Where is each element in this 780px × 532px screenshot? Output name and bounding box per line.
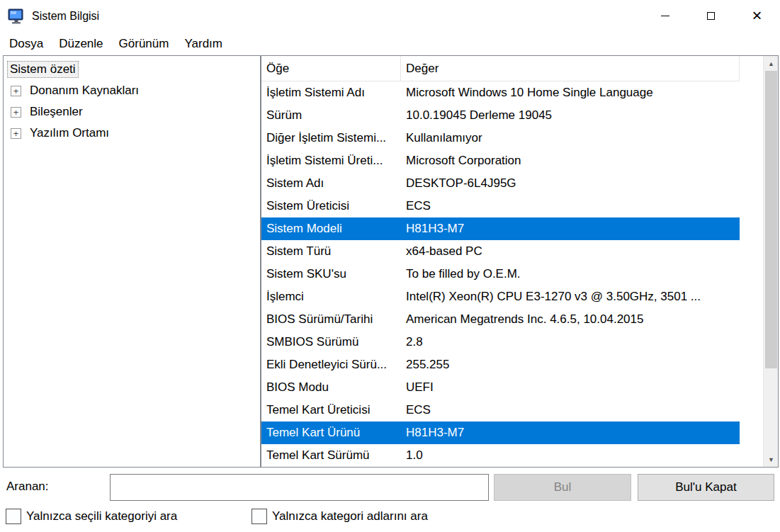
checkbox-icon[interactable]: [6, 509, 21, 524]
search-selected-category-checkbox[interactable]: Yalnızca seçili kategoriyi ara: [6, 509, 177, 524]
details-panel: Öğe Değer İşletim Sistemi AdıMicrosoft W…: [261, 55, 779, 468]
row-item-cell: Sistem Adı: [261, 172, 401, 195]
row-value-cell: x64-based PC: [401, 240, 740, 263]
vertical-scrollbar[interactable]: ▲ ▼: [763, 56, 778, 467]
close-icon: ×: [752, 7, 762, 24]
table-row[interactable]: Sistem Türüx64-based PC: [261, 240, 740, 263]
search-input[interactable]: [110, 474, 489, 501]
row-value-cell: Kullanılamıyor: [401, 127, 740, 149]
row-item-cell: Sistem Türü: [261, 240, 401, 263]
row-item-cell: Sürüm: [261, 104, 401, 127]
table-row[interactable]: Sistem ModeliH81H3-M7: [261, 217, 740, 240]
scroll-down-button[interactable]: ▼: [764, 452, 779, 467]
row-value-cell: Intel(R) Xeon(R) CPU E3-1270 v3 @ 3.50GH…: [401, 285, 740, 308]
tree-item-label: Yazılım Ortamı: [28, 125, 111, 141]
row-value-cell: To be filled by O.E.M.: [401, 263, 740, 285]
row-value-cell: H81H3-M7: [401, 217, 740, 240]
expand-plus-icon[interactable]: +: [11, 86, 21, 96]
table-row[interactable]: İşletim Sistemi Üreti...Microsoft Corpor…: [261, 149, 740, 172]
table-row[interactable]: BIOS Sürümü/TarihiAmerican Megatrends In…: [261, 308, 740, 331]
table-row[interactable]: İşletim Sistemi AdıMicrosoft Windows 10 …: [261, 81, 740, 104]
tree-item-yazilim-ortami[interactable]: +Yazılım Ortamı: [4, 123, 260, 144]
listview-header: Öğe Değer: [261, 56, 740, 81]
scroll-down-icon: ▼: [768, 456, 774, 463]
search-bar: Aranan: Bul Bul'u Kapat Yalnızca seçili …: [0, 468, 780, 532]
row-item-cell: İşletim Sistemi Adı: [261, 81, 401, 104]
find-button[interactable]: Bul: [494, 474, 631, 501]
close-find-button[interactable]: Bul'u Kapat: [638, 474, 774, 501]
tree-item-donanim-kaynaklari[interactable]: +Donanım Kaynakları: [4, 80, 260, 101]
scrollbar-thumb[interactable]: [765, 71, 777, 368]
row-value-cell: DESKTOP-6L4J95G: [401, 172, 740, 195]
row-value-cell: Microsoft Corporation: [401, 149, 740, 172]
search-label: Aranan:: [6, 480, 49, 494]
table-row[interactable]: İşlemciIntel(R) Xeon(R) CPU E3-1270 v3 @…: [261, 285, 740, 308]
table-row[interactable]: Sistem AdıDESKTOP-6L4J95G: [261, 172, 740, 195]
row-value-cell: Microsoft Windows 10 Home Single Languag…: [401, 81, 740, 104]
tree-item-sistem-ozeti[interactable]: Sistem özeti: [4, 59, 260, 80]
table-row[interactable]: Temel Kart ÜrünüH81H3-M7: [261, 421, 740, 444]
row-item-cell: Diğer İşletim Sistemi...: [261, 127, 401, 149]
scroll-up-button[interactable]: ▲: [764, 56, 779, 71]
row-value-cell: ECS: [401, 195, 740, 217]
row-item-cell: Temel Kart Üreticisi: [261, 399, 401, 421]
table-row[interactable]: Sistem SKU'suTo be filled by O.E.M.: [261, 263, 740, 285]
row-item-cell: İşletim Sistemi Üreti...: [261, 149, 401, 172]
row-item-cell: Temel Kart Sürümü: [261, 444, 401, 467]
details-rows: İşletim Sistemi AdıMicrosoft Windows 10 …: [261, 81, 740, 467]
row-value-cell: 255.255: [401, 353, 740, 376]
tree-item-label: Donanım Kaynakları: [28, 83, 141, 98]
row-value-cell: American Megatrends Inc. 4.6.5, 10.04.20…: [401, 308, 740, 331]
row-item-cell: Ekli Denetleyici Sürü...: [261, 353, 401, 376]
table-row[interactable]: Temel Kart Sürümü1.0: [261, 444, 740, 467]
checkbox-label: Yalnızca seçili kategoriyi ara: [26, 509, 177, 523]
row-value-cell: H81H3-M7: [401, 421, 740, 444]
table-row[interactable]: Sürüm10.0.19045 Derleme 19045: [261, 104, 740, 127]
menu-item-gorunum[interactable]: Görünüm: [111, 34, 177, 54]
menu-item-duzenle[interactable]: Düzenle: [51, 34, 111, 54]
row-item-cell: Sistem Üreticisi: [261, 195, 401, 217]
window-controls: ×: [642, 0, 780, 32]
scroll-up-icon: ▲: [768, 60, 774, 67]
search-options: Yalnızca seçili kategoriyi ara Yalnızca …: [0, 509, 780, 528]
app-icon: [7, 7, 26, 26]
tree-item-bilesenler[interactable]: +Bileşenler: [4, 101, 260, 123]
row-item-cell: Temel Kart Ürünü: [261, 421, 401, 444]
table-row[interactable]: SMBIOS Sürümü2.8: [261, 331, 740, 353]
expand-plus-icon[interactable]: +: [11, 107, 21, 118]
checkbox-label: Yalnızca kategori adlarını ara: [272, 509, 428, 523]
maximize-icon: [707, 12, 715, 20]
checkbox-icon[interactable]: [251, 509, 267, 524]
table-row[interactable]: Sistem ÜreticisiECS: [261, 195, 740, 217]
row-item-cell: BIOS Modu: [261, 376, 401, 399]
table-row[interactable]: BIOS ModuUEFI: [261, 376, 740, 399]
close-button[interactable]: ×: [734, 0, 780, 32]
category-tree-panel: Sistem özeti+Donanım Kaynakları+Bileşenl…: [3, 55, 261, 468]
search-category-names-only-checkbox[interactable]: Yalnızca kategori adlarını ara: [251, 509, 428, 524]
row-value-cell: 10.0.19045 Derleme 19045: [401, 104, 740, 127]
row-value-cell: 2.8: [401, 331, 740, 353]
title-bar: Sistem Bilgisi ×: [0, 0, 780, 32]
row-item-cell: SMBIOS Sürümü: [261, 331, 401, 353]
column-header-deger[interactable]: Değer: [401, 56, 740, 81]
table-row[interactable]: Temel Kart ÜreticisiECS: [261, 399, 740, 421]
expand-plus-icon[interactable]: +: [11, 128, 21, 139]
table-row[interactable]: Ekli Denetleyici Sürü...255.255: [261, 353, 740, 376]
maximize-button[interactable]: [688, 0, 734, 32]
menu-item-dosya[interactable]: Dosya: [1, 34, 51, 54]
row-value-cell: 1.0: [401, 444, 740, 467]
row-item-cell: Sistem SKU'su: [261, 263, 401, 285]
table-row[interactable]: Diğer İşletim Sistemi...Kullanılamıyor: [261, 127, 740, 149]
row-item-cell: Sistem Modeli: [261, 217, 401, 240]
tree-item-label: Sistem özeti: [8, 62, 78, 77]
minimize-icon: [661, 16, 669, 16]
column-header-oge[interactable]: Öğe: [261, 56, 401, 81]
search-row: Aranan: Bul Bul'u Kapat: [0, 474, 780, 501]
minimize-button[interactable]: [642, 0, 688, 32]
row-item-cell: BIOS Sürümü/Tarihi: [261, 308, 401, 331]
row-item-cell: İşlemci: [261, 285, 401, 308]
window-title: Sistem Bilgisi: [32, 10, 99, 23]
tree-item-label: Bileşenler: [28, 104, 85, 120]
menu-bar: DosyaDüzenleGörünümYardım: [0, 32, 780, 55]
menu-item-yardim[interactable]: Yardım: [176, 34, 230, 54]
